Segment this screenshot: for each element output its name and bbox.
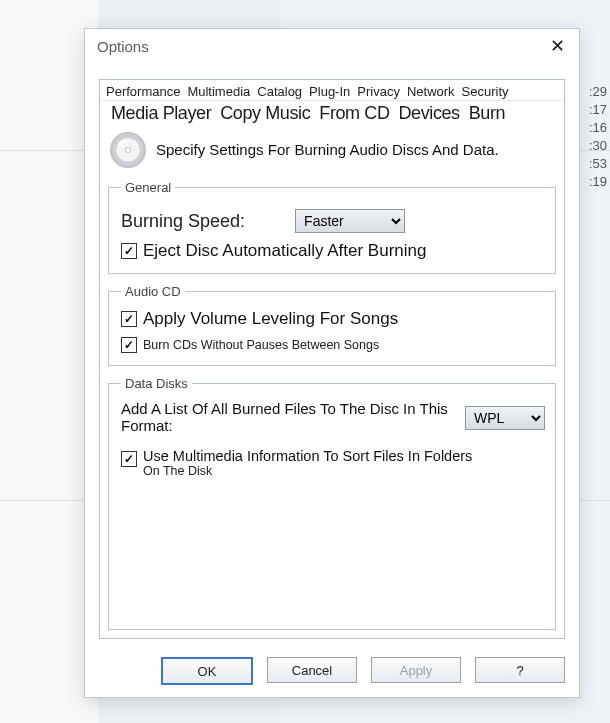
- file-list-label: Add A List Of All Burned Files To The Di…: [121, 401, 455, 434]
- general-legend: General: [121, 180, 175, 195]
- time-value: :30: [589, 137, 607, 155]
- audio-cd-legend: Audio CD: [121, 284, 185, 299]
- description-row: Specify Settings For Burning Audio Discs…: [100, 124, 564, 172]
- tab-copy-music[interactable]: Copy Music: [217, 103, 313, 124]
- data-disks-legend: Data Disks: [121, 376, 192, 391]
- general-group: General Burning Speed: Faster ✓ Eject Di…: [108, 180, 556, 274]
- time-value: :17: [589, 101, 607, 119]
- tab-plugin[interactable]: Plug-In: [307, 83, 352, 100]
- sort-files-checkbox[interactable]: ✓: [121, 451, 137, 467]
- tab-network[interactable]: Network: [405, 83, 457, 100]
- tab-row-primary: Media Player Copy Music From CD Devices …: [100, 101, 564, 124]
- time-value: :16: [589, 119, 607, 137]
- dialog-title: Options: [97, 38, 149, 55]
- tab-catalog[interactable]: Catalog: [255, 83, 304, 100]
- burning-speed-select[interactable]: Faster: [295, 209, 405, 233]
- options-dialog: Options ✕ Performance Multimedia Catalog…: [84, 28, 580, 698]
- tab-multimedia[interactable]: Multimedia: [185, 83, 252, 100]
- tab-from-cd[interactable]: From CD: [316, 103, 392, 124]
- sort-files-label: Use Multimedia Information To Sort Files…: [143, 448, 472, 478]
- apply-button[interactable]: Apply: [371, 657, 461, 683]
- eject-checkbox[interactable]: ✓: [121, 243, 137, 259]
- burning-speed-label: Burning Speed:: [121, 211, 245, 232]
- tab-media-player[interactable]: Media Player: [108, 103, 214, 124]
- time-value: :19: [589, 173, 607, 191]
- titlebar: Options ✕: [85, 29, 579, 63]
- tab-devices[interactable]: Devices: [395, 103, 462, 124]
- volume-leveling-checkbox[interactable]: ✓: [121, 311, 137, 327]
- time-value: :29: [589, 83, 607, 101]
- cancel-button[interactable]: Cancel: [267, 657, 357, 683]
- no-pauses-label: Burn CDs Without Pauses Between Songs: [143, 338, 379, 352]
- audio-cd-group: Audio CD ✓ Apply Volume Leveling For Son…: [108, 284, 556, 366]
- cd-icon: [110, 132, 146, 168]
- ok-button[interactable]: OK: [161, 657, 253, 685]
- content-panel: Performance Multimedia Catalog Plug-In P…: [99, 79, 565, 639]
- time-value: :53: [589, 155, 607, 173]
- tab-performance[interactable]: Performance: [104, 83, 182, 100]
- help-button[interactable]: ?: [475, 657, 565, 683]
- data-disks-group: Data Disks Add A List Of All Burned File…: [108, 376, 556, 630]
- eject-label: Eject Disc Automatically After Burning: [143, 241, 426, 261]
- no-pauses-checkbox[interactable]: ✓: [121, 337, 137, 353]
- tab-row-secondary: Performance Multimedia Catalog Plug-In P…: [100, 80, 564, 101]
- close-icon[interactable]: ✕: [544, 33, 571, 59]
- background-times: :29 :17 :16 :30 :53 :19: [589, 83, 607, 191]
- button-row: OK Cancel Apply ?: [85, 657, 579, 685]
- description-text: Specify Settings For Burning Audio Discs…: [156, 142, 499, 158]
- tab-burn[interactable]: Burn: [466, 103, 508, 124]
- tab-privacy[interactable]: Privacy: [355, 83, 402, 100]
- tab-security[interactable]: Security: [460, 83, 511, 100]
- volume-leveling-label: Apply Volume Leveling For Songs: [143, 309, 398, 329]
- file-list-format-select[interactable]: WPL: [465, 406, 545, 430]
